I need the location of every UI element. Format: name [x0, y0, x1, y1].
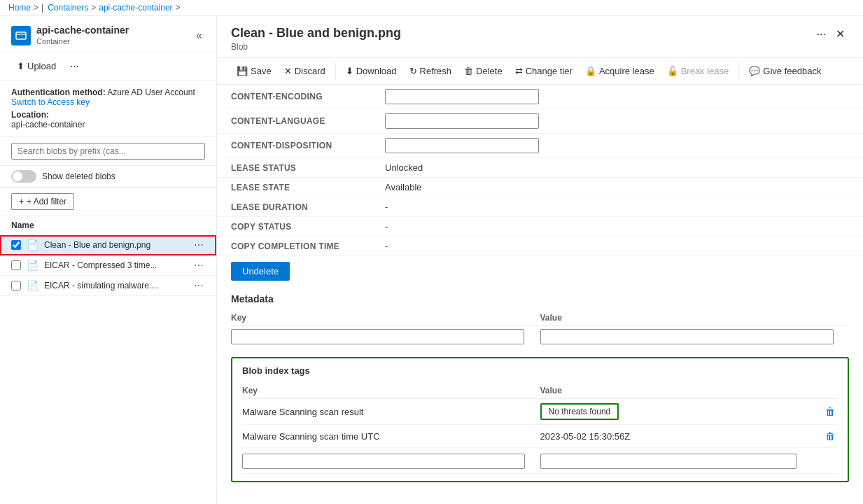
discard-button[interactable]: ✕ Discard [279, 62, 331, 80]
undelete-button[interactable]: Undelete [231, 262, 290, 281]
file-checkbox[interactable] [11, 240, 21, 250]
table-row: Malware Scanning scan result No threats … [242, 399, 838, 425]
file-more-button[interactable]: ⋯ [192, 280, 205, 291]
prop-key: LEASE STATUS [217, 158, 371, 178]
prop-value [371, 109, 863, 134]
prop-key: COPY STATUS [217, 217, 371, 237]
prop-value [371, 85, 863, 109]
sidebar-collapse-button[interactable]: « [193, 28, 205, 43]
prop-value: - [371, 237, 863, 256]
new-tag-row [242, 448, 838, 474]
content-language-input[interactable] [385, 113, 539, 129]
breadcrumb-home[interactable]: Home [8, 3, 31, 13]
file-checkbox[interactable] [11, 260, 21, 270]
sidebar-container-subtitle: Container [36, 37, 70, 46]
toolbar-separator-2 [738, 63, 739, 80]
add-filter-area: + + Add filter [0, 188, 216, 216]
add-filter-button[interactable]: + + Add filter [11, 193, 74, 210]
detail-more-button[interactable]: ··· [817, 28, 826, 41]
table-row: Malware Scanning scan time UTC 2023-05-0… [242, 425, 838, 448]
prop-key: CONTENT-LANGUAGE [217, 109, 371, 134]
search-blobs-input[interactable] [11, 143, 205, 160]
content-encoding-input[interactable] [385, 89, 539, 104]
sidebar-toolbar: ⬆ Upload ⋯ [0, 52, 216, 80]
tag-action-cell: 🗑 [810, 425, 838, 448]
show-deleted-row: Show deleted blobs [0, 166, 216, 188]
prop-value: - [371, 217, 863, 237]
prop-key: CONTENT-ENCODING [217, 85, 371, 109]
sidebar-title-row: api-cache-container Container [11, 24, 129, 46]
location-label: Location: [11, 110, 205, 120]
prop-value [371, 134, 863, 158]
prop-key: LEASE DURATION [217, 197, 371, 217]
acquire-lease-button[interactable]: 🔒 Acquire lease [580, 62, 660, 80]
refresh-button[interactable]: ↻ Refresh [404, 62, 458, 80]
delete-button[interactable]: 🗑 Delete [458, 62, 508, 80]
file-icon: 📄 [27, 280, 38, 291]
detail-header-left: Clean - Blue and benign.png Blob [231, 26, 401, 52]
meta-key-cell [231, 326, 540, 348]
sidebar: api-cache-container Container « ⬆ Upload… [0, 16, 217, 504]
breadcrumb-container[interactable]: api-cache-container [99, 3, 172, 13]
detail-body: CONTENT-ENCODING CONTENT-LANGUAGE CONTEN… [217, 85, 863, 504]
tag-value-cell: 2023-05-02 15:30:56Z [540, 425, 811, 448]
tags-value-header: Value [540, 383, 811, 399]
meta-key-header: Key [231, 310, 540, 326]
svg-rect-0 [16, 32, 26, 39]
new-tag-key-cell [242, 448, 540, 474]
tags-key-header: Key [242, 383, 540, 399]
table-row: LEASE STATE Available [217, 178, 863, 197]
add-filter-icon: + [19, 197, 24, 206]
detail-toolbar: 💾 Save ✕ Discard ⬇ Download ↻ Refresh 🗑 … [217, 58, 863, 85]
new-tag-value-input[interactable] [540, 454, 797, 469]
tags-table: Key Value Malware Scanning scan result N… [242, 383, 838, 474]
search-bar-area [0, 137, 216, 166]
detail-close-button[interactable]: ✕ [832, 26, 849, 42]
file-icon: 📄 [27, 239, 38, 251]
tag-key-cell: Malware Scanning scan result [242, 399, 540, 425]
file-more-button[interactable]: ⋯ [192, 260, 205, 271]
file-item[interactable]: 📄 EICAR - simulating malware.... ⋯ [0, 276, 216, 296]
file-item[interactable]: 📄 EICAR - Compressed 3 time... ⋯ [0, 255, 216, 276]
save-icon: 💾 [237, 66, 248, 76]
file-name: EICAR - simulating malware.... [44, 281, 187, 290]
download-button[interactable]: ⬇ Download [340, 62, 402, 80]
file-checkbox[interactable] [11, 281, 21, 290]
file-item[interactable]: 📄 Clean - Blue and benign.png ⋯ [0, 235, 216, 255]
breadcrumb-sep2: > [91, 3, 96, 13]
prop-key: CONTENT-DISPOSITION [217, 134, 371, 158]
blob-label: Blob [231, 42, 401, 52]
table-row: CONTENT-LANGUAGE [217, 109, 863, 134]
name-column-header: Name [11, 220, 34, 230]
table-row: COPY STATUS - [217, 217, 863, 237]
file-icon: 📄 [27, 260, 38, 271]
acquire-lease-icon: 🔒 [585, 66, 596, 76]
prop-value: - [371, 197, 863, 217]
delete-icon: 🗑 [464, 66, 473, 76]
switch-access-key-link[interactable]: Switch to Access key [11, 97, 90, 107]
tag-delete-button[interactable]: 🗑 [822, 405, 838, 419]
show-deleted-toggle[interactable] [11, 170, 36, 183]
content-disposition-input[interactable] [385, 138, 539, 153]
meta-key-input[interactable] [231, 329, 524, 344]
file-more-button[interactable]: ⋯ [192, 239, 205, 251]
sidebar-container-name: api-cache-container [36, 24, 129, 36]
detail-header-right: ··· ✕ [817, 26, 849, 42]
tag-action-cell: 🗑 [810, 399, 838, 425]
upload-button[interactable]: ⬆ Upload [11, 58, 62, 74]
property-table: CONTENT-ENCODING CONTENT-LANGUAGE CONTEN… [217, 85, 863, 256]
meta-value-input[interactable] [540, 329, 834, 344]
save-button[interactable]: 💾 Save [231, 62, 277, 80]
tag-delete-button[interactable]: 🗑 [822, 429, 838, 443]
break-lease-button[interactable]: 🔓 Break lease [661, 62, 735, 80]
meta-value-cell [540, 326, 850, 348]
change-tier-button[interactable]: ⇄ Change tier [510, 62, 578, 80]
give-feedback-button[interactable]: 💬 Give feedback [743, 62, 827, 80]
breadcrumb-containers[interactable]: Containers [48, 3, 88, 13]
upload-more-button[interactable]: ⋯ [64, 58, 85, 74]
show-deleted-label: Show deleted blobs [42, 172, 115, 181]
discard-icon: ✕ [284, 66, 292, 76]
download-icon: ⬇ [346, 66, 353, 76]
container-icon [11, 26, 31, 46]
new-tag-key-input[interactable] [242, 454, 525, 469]
